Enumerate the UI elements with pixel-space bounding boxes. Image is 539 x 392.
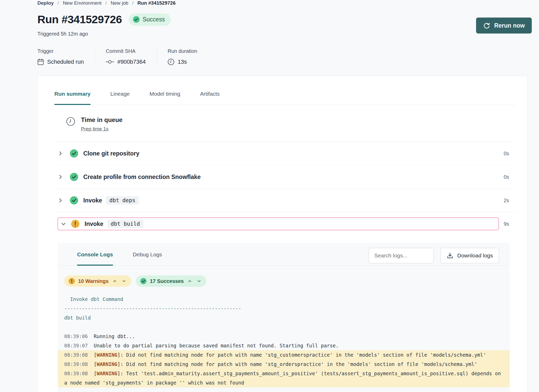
step-command-chip: dbt deps xyxy=(106,196,139,205)
breadcrumb-separator: / xyxy=(132,0,134,6)
status-badge: Success xyxy=(129,13,171,26)
page-title: Run #341529726 xyxy=(37,13,122,26)
header: Run #341529726 Success xyxy=(37,13,539,26)
successes-badge-label: 17 Successes xyxy=(150,278,184,284)
step-duration: 2s xyxy=(504,198,516,203)
tab-model-timing[interactable]: Model timing xyxy=(150,91,180,105)
tab-debug-logs[interactable]: Debug Logs xyxy=(133,251,162,265)
tab-lineage[interactable]: Lineage xyxy=(110,91,130,105)
step-label: Create profile from connection Snowflake xyxy=(83,174,201,181)
meta-trigger: Trigger Scheduled run xyxy=(37,48,95,65)
breadcrumb-separator: / xyxy=(105,0,107,6)
status-badge-label: Success xyxy=(143,16,165,23)
chevron-down-icon[interactable] xyxy=(121,279,127,283)
log-line: Invoke dbt Command xyxy=(58,295,510,304)
warning-circle-icon xyxy=(68,278,75,284)
breadcrumb-current-run: Run #341529726 xyxy=(137,0,176,6)
check-circle-icon xyxy=(140,278,147,284)
warning-circle-icon xyxy=(71,219,80,228)
meta-duration: Run duration 13s xyxy=(157,48,208,65)
triggered-timestamp: Triggered 5h 12m ago xyxy=(37,31,539,37)
successes-badge[interactable]: 17 Successes xyxy=(136,275,206,287)
calendar-icon xyxy=(37,59,44,65)
refresh-icon xyxy=(483,22,490,29)
commit-sha-label: Commit SHA xyxy=(106,48,146,54)
prep-time-link[interactable]: Prep time 1s xyxy=(81,126,109,132)
log-line: dbt build xyxy=(58,313,510,322)
chevron-up-icon[interactable] xyxy=(112,279,118,283)
run-duration-value: 13s xyxy=(178,59,187,65)
warnings-badge[interactable]: 10 Warnings xyxy=(64,275,131,287)
chevron-down-icon[interactable] xyxy=(196,279,202,283)
check-circle-icon xyxy=(70,149,78,158)
step-duration: 9s xyxy=(504,221,516,227)
time-in-queue-title: Time in queue xyxy=(81,116,123,124)
trigger-value: Scheduled run xyxy=(47,59,84,65)
tab-artifacts[interactable]: Artifacts xyxy=(200,91,220,105)
log-header: Console Logs Debug Logs Download logs xyxy=(58,248,510,266)
run-duration-label: Run duration xyxy=(168,48,197,54)
run-detail-page: Deploy / New Environment / New job / Run… xyxy=(0,0,539,392)
log-separator: ----------------------------------------… xyxy=(58,304,510,313)
clock-icon xyxy=(168,59,174,65)
step-label: Clone git repository xyxy=(83,150,139,157)
check-circle-icon xyxy=(133,16,140,23)
chevron-down-icon[interactable] xyxy=(61,221,66,227)
step-label: Invoke xyxy=(83,197,102,204)
tab-run-summary[interactable]: Run summary xyxy=(54,91,91,105)
log-badges: 10 Warnings 17 Successes xyxy=(58,275,510,287)
check-circle-icon xyxy=(70,196,78,205)
rerun-now-button[interactable]: Rerun now xyxy=(476,18,532,34)
step-warning-box[interactable]: Invoke dbt build xyxy=(58,217,499,230)
breadcrumb-new-job[interactable]: New job xyxy=(111,0,128,6)
tab-console-logs[interactable]: Console Logs xyxy=(77,251,113,266)
git-commit-icon xyxy=(106,60,114,64)
clock-icon xyxy=(66,117,75,132)
download-icon xyxy=(447,252,453,259)
log-panel: Console Logs Debug Logs Download logs xyxy=(58,243,510,392)
log-line-warning: 08:39:08[WARNING]: Did not find matching… xyxy=(58,360,510,369)
chevron-up-icon[interactable] xyxy=(187,279,193,283)
log-line-blank xyxy=(58,322,510,332)
run-meta: Trigger Scheduled run Commit SHA #900b73… xyxy=(37,48,539,65)
breadcrumb-new-environment[interactable]: New Environment xyxy=(63,0,102,6)
log-controls: Download logs xyxy=(369,248,499,263)
step-clone-git-repository[interactable]: Clone git repository 0s xyxy=(54,142,516,165)
download-logs-button[interactable]: Download logs xyxy=(440,248,499,263)
breadcrumb-separator: / xyxy=(58,0,59,6)
step-invoke-dbt-build[interactable]: Invoke dbt build 9s xyxy=(54,212,516,230)
step-create-profile[interactable]: Create profile from connection Snowflake… xyxy=(54,165,516,189)
log-tabs: Console Logs Debug Logs xyxy=(77,251,162,265)
warnings-badge-label: 10 Warnings xyxy=(78,278,109,284)
trigger-label: Trigger xyxy=(37,48,84,54)
step-label: Invoke xyxy=(85,221,103,227)
download-logs-label: Download logs xyxy=(457,252,493,259)
step-duration: 0s xyxy=(504,174,516,180)
chevron-right-icon[interactable] xyxy=(58,174,63,180)
commit-sha-value: #900b7364 xyxy=(117,59,146,65)
log-line-warning: 08:39:08[WARNING]: Test 'test.admin_matu… xyxy=(58,369,510,387)
rerun-now-label: Rerun now xyxy=(494,22,525,29)
console-log-output: Invoke dbt Command ---------------------… xyxy=(58,295,510,387)
run-summary-card: Run summary Lineage Model timing Artifac… xyxy=(37,76,527,392)
meta-commit: Commit SHA #900b7364 xyxy=(95,48,157,65)
search-logs-input[interactable] xyxy=(369,248,434,263)
log-line: 08:39:06Running dbt... xyxy=(58,332,510,341)
step-invoke-dbt-deps[interactable]: Invoke dbt deps 2s xyxy=(54,189,516,212)
check-circle-icon xyxy=(70,173,78,181)
chevron-right-icon[interactable] xyxy=(58,151,63,156)
log-line-warning: 08:39:08[WARNING]: Did not find matching… xyxy=(58,350,510,360)
step-command-chip: dbt build xyxy=(107,220,143,228)
run-tabs: Run summary Lineage Model timing Artifac… xyxy=(54,91,516,105)
time-in-queue-section: Time in queue Prep time 1s xyxy=(54,116,516,142)
chevron-right-icon[interactable] xyxy=(58,198,63,203)
breadcrumb-deploy[interactable]: Deploy xyxy=(37,0,54,6)
breadcrumb: Deploy / New Environment / New job / Run… xyxy=(37,0,539,6)
log-line: 08:39:07Unable to do partial parsing bec… xyxy=(58,341,510,350)
step-duration: 0s xyxy=(504,151,516,157)
